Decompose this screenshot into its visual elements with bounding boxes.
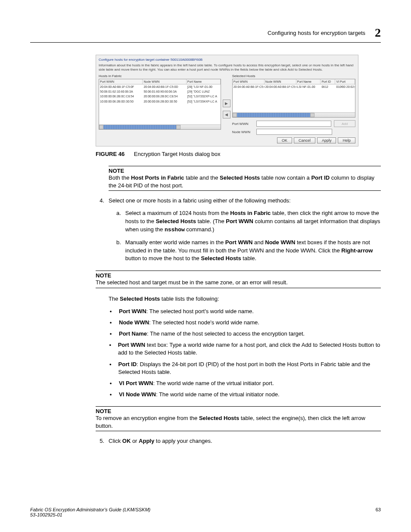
port-wwn-input-label: Port WWN <box>232 122 254 126</box>
step-5: 5. Click OK or Apply to apply your chang… <box>96 437 381 445</box>
help-button[interactable]: Help <box>338 137 355 143</box>
left-arrow-button[interactable]: ◀ <box>223 111 230 118</box>
col-node-wwn: Node WWN <box>265 79 296 84</box>
substep-b: b. Manually enter world wide names in th… <box>116 239 381 263</box>
figure-caption: FIGURE 46 Encryption Target Hosts dialog… <box>96 151 381 157</box>
col-port-name: Port Name <box>296 79 321 84</box>
step-4: 4. Select one or more hosts in a fabric … <box>96 197 381 205</box>
figure-text: Encryption Target Hosts dialog box <box>134 151 221 157</box>
col-port-wwn: Port WWN <box>233 79 265 84</box>
table-row[interactable]: 20:04:00:A0:B8:1F:C5:0F20:04:00:A0:B8:1F… <box>99 84 221 89</box>
add-button[interactable]: Add <box>334 120 355 127</box>
chapter-number: 2 <box>375 26 381 40</box>
selected-hosts-label: Selected Hosts <box>232 74 355 78</box>
table-row[interactable]: 20:04:00:A0:B8:1F:C5:0E 20:04:00:A0:B8:1… <box>233 84 355 89</box>
port-wwn-input[interactable] <box>256 121 331 127</box>
cancel-button[interactable]: Cancel <box>294 137 315 143</box>
hosts-in-fabric-table[interactable]: Port WWN Node WWN Port Name 20:04:00:A0:… <box>99 79 221 130</box>
list-intro: The Selected Hosts table lists the follo… <box>109 295 381 303</box>
dialog-info: Information about the hosts in the fabri… <box>99 63 355 72</box>
table-row[interactable]: 10:00:00:06:2B:0D:30:5020:00:00:06:2B:0D… <box>99 99 221 104</box>
note-block: NOTE To remove an encryption engine from… <box>96 406 381 431</box>
ok-button[interactable]: OK <box>277 137 292 143</box>
bullet-list: •Port WWN: The selected host port's worl… <box>109 308 381 399</box>
selected-hosts-table[interactable]: Port WWN Node WWN Port Name Port ID VI P… <box>232 79 355 118</box>
page-footer: Fabric OS Encryption Administrator's Gui… <box>30 507 381 517</box>
header-title: Configuring hosts for encryption targets <box>268 30 365 36</box>
header-rule <box>30 42 381 43</box>
apply-button[interactable]: Apply <box>317 137 336 143</box>
note-title: NOTE <box>96 408 381 414</box>
page-number: 63 <box>376 507 381 517</box>
substep-a: a. Select a maximum of 1024 hosts from t… <box>116 209 381 234</box>
dialog-screenshot: Configure hosts for encryption target co… <box>96 55 358 146</box>
col-vi-port: VI Port <box>335 79 355 84</box>
scrollbar[interactable] <box>233 112 355 117</box>
note-title: NOTE <box>109 168 381 174</box>
figure-label: FIGURE 46 <box>96 151 125 157</box>
col-node-wwn: Node WWN <box>143 79 186 84</box>
note-block: NOTE The selected host and target must b… <box>96 271 381 288</box>
hosts-in-fabric-label: Hosts in Fabric <box>99 74 221 78</box>
scrollbar[interactable] <box>99 124 221 129</box>
note-title: NOTE <box>96 272 381 279</box>
right-arrow-button[interactable]: ▶ <box>223 100 230 107</box>
node-wwn-input[interactable] <box>256 129 332 135</box>
table-row[interactable]: 10:00:00:06:2B:0C:C8:5420:00:00:06:2B:0C… <box>99 94 221 99</box>
footer-docnum: 53-1002925-01 <box>30 512 150 517</box>
col-port-id: Port ID <box>321 79 335 84</box>
node-wwn-input-label: Node WWN <box>232 130 254 134</box>
col-port-wwn: Port WWN <box>99 79 143 84</box>
table-row[interactable]: 50:06:01:62:10:60:06:3A50:06:01:60:90:60… <box>99 89 221 94</box>
col-port-name: Port Name <box>187 79 221 84</box>
dialog-title: Configure hosts for encryption target co… <box>99 58 355 62</box>
note-block: NOTE Both the Host Ports in Fabric table… <box>109 166 381 191</box>
footer-title: Fabric OS Encryption Administrator's Gui… <box>30 507 150 512</box>
